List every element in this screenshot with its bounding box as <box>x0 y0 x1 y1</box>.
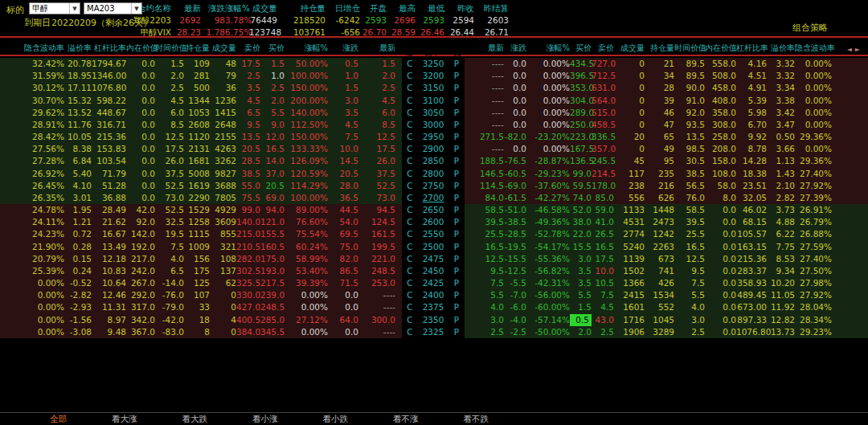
put-last-cell[interactable]: 5.5 <box>465 289 504 301</box>
put-ask-cell[interactable]: 2.5 <box>592 326 614 338</box>
filter-tab-all[interactable]: 全部 <box>50 414 67 425</box>
call-bid-cell[interactable]: 345.5 <box>260 326 285 338</box>
strike-link[interactable]: 2400 <box>418 289 448 301</box>
put-bid-cell[interactable]: 250.0 <box>570 119 592 131</box>
call-ask-cell[interactable]: 3.5 <box>236 82 260 94</box>
put-ask-cell[interactable]: 43.0 <box>592 314 614 326</box>
strike-link[interactable]: 2700 <box>418 192 448 204</box>
put-ask-cell[interactable]: 4.5 <box>592 301 614 313</box>
call-ask-cell[interactable]: 38.5 <box>236 168 260 180</box>
call-ask-cell[interactable]: 210.5 <box>236 241 260 253</box>
option-row[interactable]: 29.62%13.52448.670.06.0105314156.55.5140… <box>0 107 868 119</box>
strike-link[interactable]: 2850 <box>418 155 448 167</box>
option-row[interactable]: 24.23%0.7216.67142.019.51115855215.0155.… <box>0 228 868 240</box>
filter-tab-not-down[interactable]: 看不跌 <box>464 414 489 425</box>
option-row[interactable]: 0.00%-2.8212.46292.0-76.01070330.0239.00… <box>0 289 868 301</box>
call-last-cell[interactable]: ---- <box>358 301 395 313</box>
call-last-cell[interactable]: ---- <box>358 326 395 338</box>
strike-link[interactable]: 2550 <box>418 228 448 240</box>
call-last-cell[interactable]: 8.5 <box>358 119 395 131</box>
put-last-cell[interactable]: 16.5 <box>465 241 504 253</box>
put-ask-cell[interactable]: 85.0 <box>592 192 614 204</box>
put-ask-cell[interactable]: 16.5 <box>592 241 614 253</box>
call-bid-cell[interactable]: 155.5 <box>260 228 285 240</box>
strike-link[interactable]: 3150 <box>418 82 448 94</box>
call-last-cell[interactable]: 94.5 <box>358 204 395 216</box>
call-ask-cell[interactable]: 282.0 <box>236 253 260 265</box>
strike-link[interactable]: 3000 <box>418 119 448 131</box>
call-last-cell[interactable]: 248.5 <box>358 265 395 277</box>
option-row[interactable]: 30.70%15.32598.220.04.5134412364.52.0200… <box>0 95 868 107</box>
strike-link[interactable]: 2900 <box>418 143 448 155</box>
put-bid-cell[interactable]: 2.0 <box>570 326 592 338</box>
put-last-cell[interactable]: ---- <box>465 58 504 70</box>
call-bid-cell[interactable]: 69.0 <box>260 192 285 204</box>
strike-link[interactable]: 2650 <box>418 204 448 216</box>
call-bid-cell[interactable]: 175.0 <box>260 253 285 265</box>
option-row[interactable]: 27.56%8.38153.830.017.52131426320.516.51… <box>0 143 868 155</box>
option-row[interactable]: 26.35%3.0136.880.073.02290780575.569.010… <box>0 192 868 204</box>
call-last-cell[interactable]: 26.0 <box>358 155 395 167</box>
call-ask-cell[interactable]: 215.0 <box>236 228 260 240</box>
option-row[interactable]: 24.78%1.9528.4942.052.51529492999.094.08… <box>0 204 868 216</box>
put-last-cell[interactable]: ---- <box>465 107 504 119</box>
call-bid-cell[interactable]: 285.0 <box>260 314 285 326</box>
put-last-cell[interactable]: 146.5 <box>465 168 504 180</box>
call-last-cell[interactable]: 2.0 <box>358 70 395 82</box>
call-last-cell[interactable]: 300.0 <box>358 314 395 326</box>
call-last-cell[interactable]: 52.5 <box>358 180 395 192</box>
put-last-cell[interactable]: 271.5 <box>465 131 504 143</box>
put-ask-cell[interactable]: 727.0 <box>592 58 614 70</box>
call-last-cell[interactable]: 221.0 <box>358 253 395 265</box>
strike-link[interactable]: 3200 <box>418 70 448 82</box>
strike-link[interactable]: 2425 <box>418 277 448 289</box>
put-last-cell[interactable]: 3.0 <box>465 314 504 326</box>
call-bid-cell[interactable]: 160.5 <box>260 241 285 253</box>
option-row[interactable]: 26.92%5.4071.790.037.55008982738.537.012… <box>0 168 868 180</box>
call-bid-cell[interactable]: 5.5 <box>260 107 285 119</box>
strike-link[interactable]: 3100 <box>418 95 448 107</box>
option-row[interactable]: 0.00%-0.5210.64267.0-14.012562325.5217.5… <box>0 277 868 289</box>
option-row[interactable]: 31.59%18.951346.000.02.0281792.51.0100.0… <box>0 70 868 82</box>
put-last-cell[interactable]: ---- <box>465 95 504 107</box>
call-ask-cell[interactable]: 75.5 <box>236 192 260 204</box>
option-row[interactable]: 0.00%-3.089.48367.0-83.080384.0345.50.00… <box>0 326 868 338</box>
option-row[interactable]: 28.42%10.05215.360.012.51120215513.512.0… <box>0 131 868 143</box>
option-row[interactable]: 25.39%0.2410.83242.06.5175137302.5193.05… <box>0 265 868 277</box>
put-last-cell[interactable]: 188.5 <box>465 155 504 167</box>
strike-link[interactable]: 2450 <box>418 265 448 277</box>
put-last-cell[interactable]: 39.5 <box>465 216 504 228</box>
call-ask-cell[interactable]: 55.0 <box>236 180 260 192</box>
call-bid-cell[interactable]: 193.0 <box>260 265 285 277</box>
put-last-cell[interactable]: 4.0 <box>465 301 504 313</box>
put-ask-cell[interactable]: 59.0 <box>592 204 614 216</box>
call-bid-cell[interactable]: 37.0 <box>260 168 285 180</box>
strike-link[interactable]: 3250 <box>418 58 448 70</box>
put-bid-cell[interactable]: 223.0 <box>570 131 592 143</box>
put-ask-cell[interactable]: 41.0 <box>592 216 614 228</box>
call-bid-cell[interactable]: 20.5 <box>260 180 285 192</box>
put-last-cell[interactable]: 58.5 <box>465 204 504 216</box>
call-last-cell[interactable]: 73.0 <box>358 192 395 204</box>
call-last-cell[interactable]: 199.5 <box>358 241 395 253</box>
call-last-cell[interactable]: 37.5 <box>358 168 395 180</box>
put-ask-cell[interactable]: 336.5 <box>592 131 614 143</box>
put-bid-cell[interactable]: 3.5 <box>570 277 592 289</box>
call-ask-cell[interactable]: 302.5 <box>236 265 260 277</box>
strike-link[interactable]: 2350 <box>418 314 448 326</box>
put-bid-cell[interactable]: 74.0 <box>570 192 592 204</box>
call-last-cell[interactable]: 2.5 <box>358 82 395 94</box>
option-row[interactable]: 27.28%6.84103.540.026.01681326228.514.01… <box>0 155 868 167</box>
filter-tab-small-up[interactable]: 看小涨 <box>252 414 278 425</box>
put-last-cell[interactable]: 12.5 <box>465 253 504 265</box>
option-row[interactable]: 32.42%20.781794.670.01.51094817.51.550.0… <box>0 58 868 70</box>
strike-link[interactable]: 3050 <box>418 107 448 119</box>
put-bid-cell[interactable]: 289.0 <box>570 107 592 119</box>
call-last-cell[interactable]: 161.5 <box>358 228 395 240</box>
call-bid-cell[interactable]: 14.0 <box>260 155 285 167</box>
put-ask-cell[interactable]: 245.5 <box>592 155 614 167</box>
put-bid-cell[interactable]: 5.5 <box>570 289 592 301</box>
strategy-button[interactable]: 组合策略 <box>792 22 828 34</box>
put-last-cell[interactable]: ---- <box>465 143 504 155</box>
call-last-cell[interactable]: 17.5 <box>358 143 395 155</box>
